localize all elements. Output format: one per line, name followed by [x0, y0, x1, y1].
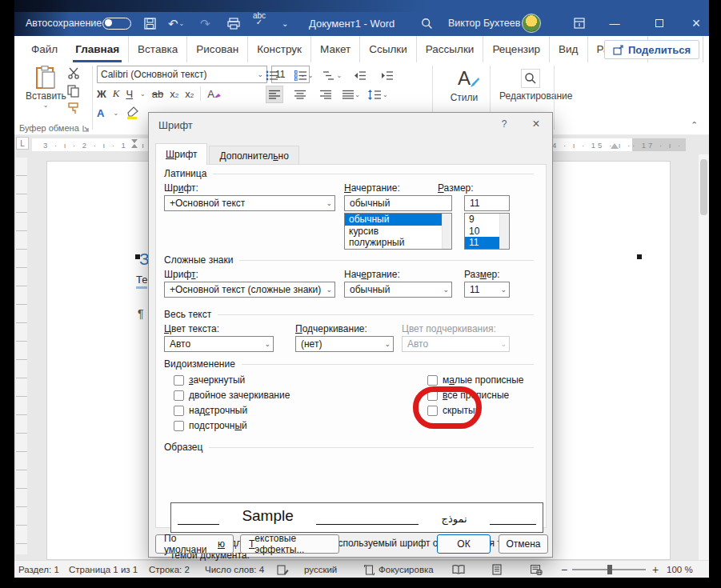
list-item[interactable]: обычный — [345, 214, 451, 226]
checkbox-strikethrough[interactable]: зачеркнутый — [174, 374, 245, 386]
print-icon[interactable] — [227, 13, 240, 34]
text-effects-button[interactable]: Текстовые эффекты... — [240, 534, 339, 554]
highlight-button[interactable] — [126, 106, 139, 119]
tab-references[interactable]: Ссылки — [359, 36, 416, 62]
save-icon[interactable] — [144, 13, 156, 34]
proofing-icon[interactable] — [277, 561, 289, 578]
maximize-button[interactable] — [648, 13, 671, 34]
web-layout-icon[interactable] — [531, 561, 543, 578]
superscript-button[interactable]: x2 — [185, 88, 194, 100]
print-layout-icon[interactable] — [492, 561, 502, 578]
share-button[interactable]: Поделиться — [604, 40, 699, 59]
font-name-combo[interactable]: Calibri (Основной текст)⌄ — [97, 66, 267, 83]
cancel-button[interactable]: Отмена — [499, 534, 548, 554]
search-icon[interactable] — [421, 13, 433, 34]
status-line[interactable]: Строка: 2 — [149, 561, 190, 578]
complex-font-combo[interactable]: +Основной текст (сложные знаки)⌄ — [164, 282, 335, 298]
text-effects-button[interactable]: А — [97, 107, 104, 119]
status-words[interactable]: Число слов: 4 — [205, 561, 264, 578]
strikethrough-button[interactable]: ab — [152, 88, 163, 100]
redo-icon[interactable]: ↷ — [200, 13, 210, 34]
spellcheck-icon[interactable]: abc✓ — [253, 13, 266, 34]
tab-design[interactable]: Конструк — [247, 36, 310, 62]
right-indent-marker[interactable] — [611, 143, 619, 149]
styles-button[interactable]: A Стили — [442, 67, 487, 103]
collapse-ribbon-icon[interactable]: ⌃ — [691, 120, 698, 130]
minimize-button[interactable]: — — [603, 13, 626, 34]
tab-review[interactable]: Рецензир — [483, 36, 549, 62]
status-page[interactable]: Страница 1 из 1 — [69, 561, 138, 578]
numbering-button[interactable]: ⌄ — [294, 66, 314, 84]
tab-view[interactable]: Вид — [549, 36, 587, 62]
tab-draw[interactable]: Рисован — [186, 36, 247, 62]
latin-style-input[interactable]: обычный — [344, 195, 452, 211]
align-left-button[interactable] — [266, 86, 283, 103]
user-name[interactable]: Виктор Бухтеев — [448, 13, 520, 34]
list-item[interactable]: полужирный — [345, 237, 451, 249]
close-button[interactable]: × — [685, 13, 707, 34]
list-item[interactable]: курсив — [345, 226, 451, 238]
latin-font-combo[interactable]: +Основной текст⌄ — [164, 195, 335, 211]
ok-button[interactable]: ОК — [437, 534, 491, 554]
dialog-close-button[interactable]: × — [520, 113, 552, 135]
cut-icon[interactable] — [67, 67, 80, 79]
bold-button[interactable]: Ж — [97, 88, 106, 100]
tab-layout[interactable]: Макет — [310, 36, 359, 62]
zoom-slider[interactable] — [572, 561, 646, 578]
tab-help[interactable]: Справка — [703, 36, 709, 62]
align-right-button[interactable] — [317, 86, 334, 103]
read-mode-icon[interactable] — [452, 561, 465, 578]
autosave-toggle[interactable] — [102, 13, 131, 34]
dialog-help-button[interactable]: ? — [488, 113, 520, 135]
dialog-launcher-icon[interactable] — [82, 125, 90, 132]
underline-style-combo[interactable]: (нет)⌄ — [295, 336, 394, 352]
clear-formatting-button[interactable]: A — [207, 88, 221, 100]
zoom-value[interactable]: 100 % — [667, 561, 693, 578]
tab-insert[interactable]: Вставка — [128, 36, 186, 62]
align-center-button[interactable] — [291, 86, 309, 103]
underline-chevron-icon[interactable]: ⌄ — [140, 90, 146, 98]
decrease-indent-button[interactable] — [351, 66, 369, 84]
avatar[interactable] — [522, 13, 541, 34]
checkbox-double-strikethrough[interactable]: двойное зачеркивание — [174, 390, 290, 401]
zoom-in-button[interactable]: + — [652, 561, 659, 578]
tab-mailings[interactable]: Рассылки — [416, 36, 483, 62]
focus-mode[interactable]: Фокусировка — [364, 561, 434, 578]
quick-access-chevron-icon[interactable]: ⌄ — [282, 13, 288, 34]
complex-style-combo[interactable]: обычный⌄ — [344, 282, 452, 298]
status-language[interactable]: русский — [304, 561, 337, 578]
paste-button[interactable]: Вставить ⌄ — [26, 66, 66, 109]
zoom-out-button[interactable]: − — [561, 561, 567, 578]
dialog-tab-advanced[interactable]: Дополнительно — [209, 146, 298, 165]
dialog-tab-font[interactable]: Шрифт — [155, 143, 207, 165]
copy-icon[interactable] — [67, 85, 79, 98]
bullets-button[interactable]: ⌄ — [266, 66, 285, 84]
underline-color-combo[interactable]: Авто⌄ — [402, 336, 510, 352]
text-color-combo[interactable]: Авто⌄ — [164, 336, 274, 352]
justify-button[interactable]: ⌄ — [342, 86, 360, 103]
subscript-button[interactable]: x2 — [170, 88, 178, 100]
checkbox-subscript[interactable]: подстрочный — [174, 420, 247, 431]
ribbon-display-options-icon[interactable] — [568, 13, 591, 34]
tab-file[interactable]: Файл — [22, 36, 66, 62]
default-button[interactable]: По умолчанию — [155, 534, 234, 554]
undo-icon[interactable]: ↶⌄ — [168, 13, 184, 34]
complex-size-combo[interactable]: 11⌄ — [464, 282, 510, 298]
tab-home[interactable]: Главная — [66, 36, 128, 62]
checkbox-superscript[interactable]: надстрочный — [174, 405, 247, 416]
editing-button[interactable]: Редактирование — [499, 67, 562, 102]
underline-button[interactable]: Ч — [126, 88, 133, 100]
indent-marker[interactable] — [131, 139, 138, 150]
increase-indent-button[interactable] — [379, 66, 396, 84]
italic-button[interactable]: K — [113, 87, 120, 100]
status-section[interactable]: Раздел: 1 — [18, 561, 59, 578]
checkbox-small-caps[interactable]: малые прописные — [427, 374, 524, 386]
scrollbar[interactable] — [442, 214, 451, 249]
vertical-scrollbar[interactable] — [699, 154, 709, 560]
scrollbar[interactable] — [499, 214, 509, 249]
tab-selector[interactable]: L — [16, 137, 29, 150]
latin-size-input[interactable]: 11 — [464, 195, 510, 211]
format-painter-icon[interactable] — [67, 102, 80, 115]
multilevel-list-button[interactable]: ⌄ — [322, 66, 342, 84]
line-spacing-button[interactable]: ⌄ — [368, 86, 388, 103]
